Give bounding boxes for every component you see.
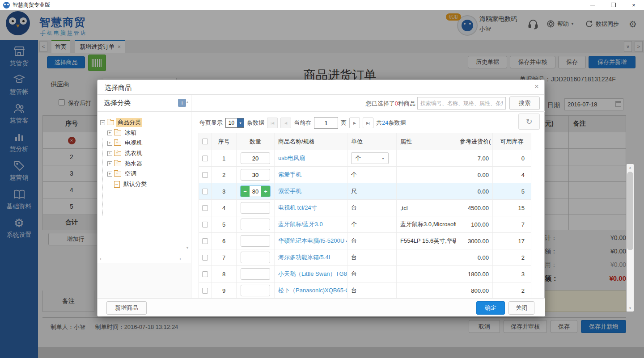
- qty-stepper: − 80 +: [240, 185, 271, 197]
- product-name-link[interactable]: 小天鹅（Little Swan）TG80: [278, 270, 347, 278]
- qty-input[interactable]: [241, 202, 270, 214]
- modal-header: 选择商品 ×: [97, 80, 544, 95]
- qty-input[interactable]: [241, 235, 270, 247]
- product-name-link[interactable]: 索爱手机: [278, 171, 301, 179]
- product-row: 8 小天鹅（Little Swan）TG80 台 1800.00 3: [199, 266, 531, 282]
- tree-node-tv[interactable]: + + 电视机: [107, 139, 144, 147]
- product-name-link[interactable]: 蓝牙鼠标/蓝牙3.0: [278, 220, 323, 228]
- pagination-bar: 每页显示 10 ▼ 条数据 |◀ ◀ 当前在 页 ▶ ▶| 共24条数据: [199, 117, 408, 129]
- product-row: 1 usb电风扇 个▼ 7.00 0: [199, 150, 531, 167]
- row-checkbox[interactable]: [202, 205, 208, 211]
- select-all-checkbox[interactable]: [202, 139, 208, 144]
- select-caret-icon: ▼: [237, 118, 244, 127]
- titlebar: 智慧商贸专业版 ×: [0, 0, 644, 10]
- folder-plus-icon: +: [114, 172, 121, 177]
- qty-input[interactable]: [241, 152, 270, 164]
- per-page-select[interactable]: 10 ▼: [225, 118, 244, 128]
- unit-select[interactable]: 个▼: [351, 152, 389, 164]
- expand-icon[interactable]: +: [107, 141, 112, 146]
- total-count-text: 共24条数据: [376, 119, 406, 127]
- tree-node-fridge[interactable]: + + 冰箱: [107, 128, 138, 137]
- modal-title: 选择商品: [105, 84, 131, 92]
- tree-scroll-down-icon[interactable]: ▼: [186, 246, 189, 250]
- row-checkbox[interactable]: [202, 255, 208, 261]
- selected-count: 0: [395, 100, 398, 107]
- window-title: 智慧商贸专业版: [13, 1, 50, 9]
- product-row: 6 华硕笔记本电脑/I5-5200U 4 台 F554LP 15.6英寸,华硕 …: [199, 233, 531, 249]
- scrollbar-thumb[interactable]: [627, 172, 633, 250]
- add-product-button[interactable]: 新增商品: [106, 301, 147, 315]
- row-checkbox[interactable]: [202, 238, 208, 244]
- tree-connector-line: [102, 139, 103, 215]
- qty-value[interactable]: 80: [250, 186, 261, 197]
- product-row: 4 电视机 tcl/24寸 台 ,tcl 4500.00 15: [199, 200, 531, 216]
- product-panel: 您已选择了0种商品 搜索 每页显示 10 ▼ 条数据 |◀ ◀ 当前在 页 ▶ …: [191, 95, 545, 298]
- row-checkbox[interactable]: [202, 172, 208, 178]
- expand-icon[interactable]: +: [107, 172, 112, 177]
- expand-icon[interactable]: +: [107, 131, 112, 135]
- row-checkbox[interactable]: [202, 288, 208, 294]
- row-checkbox[interactable]: [202, 222, 208, 227]
- selected-count-info: 您已选择了0种商品: [366, 100, 415, 108]
- scroll-down-icon[interactable]: ▼: [627, 305, 634, 312]
- product-row: 2 索爱手机 个 0.00 4: [199, 167, 531, 183]
- qty-input[interactable]: [241, 268, 270, 280]
- prev-page-button[interactable]: ◀: [280, 118, 291, 128]
- product-name-link[interactable]: 海尔多功能冰箱/5.4L: [278, 253, 332, 261]
- qty-input[interactable]: [241, 169, 270, 181]
- tree-node-default[interactable]: 默认分类: [114, 180, 148, 189]
- qty-decrease-button[interactable]: −: [241, 186, 250, 197]
- product-table-header: 序号 数量 商品名称/规格 单位 属性 参考进货价( 可用库存: [199, 133, 531, 150]
- modal-close-icon[interactable]: ×: [534, 82, 539, 91]
- next-page-button[interactable]: ▶: [349, 118, 360, 128]
- category-panel: 选择分类 + − 商品分类 + + 冰箱 + + 电视机: [97, 95, 191, 298]
- folder-open-icon: [107, 120, 114, 125]
- folder-plus-icon: +: [114, 151, 121, 156]
- tree-scroll-up-icon[interactable]: ▲: [186, 100, 189, 104]
- page-number-input[interactable]: [314, 117, 338, 129]
- product-name-link[interactable]: 索爱手机: [278, 187, 301, 195]
- app-window: 智慧商贸专业版 × 智慧商贸 手机电脑慧管店 试用 海鸥家电数码 小智: [0, 0, 644, 358]
- category-panel-footer-space: [97, 263, 191, 298]
- product-name-link[interactable]: 电视机 tcl/24寸: [278, 204, 317, 212]
- minimize-button[interactable]: [582, 0, 603, 10]
- product-row: 7 海尔多功能冰箱/5.4L 台 0.00 2: [199, 249, 531, 266]
- tree-node-washer[interactable]: + + 洗衣机: [107, 149, 144, 158]
- qty-input[interactable]: [241, 285, 270, 296]
- product-table: 序号 数量 商品名称/规格 单位 属性 参考进货价( 可用库存 1 usb电风扇…: [199, 133, 531, 299]
- table-scrollbar[interactable]: ▲ ▼: [627, 164, 634, 312]
- expand-icon[interactable]: +: [107, 161, 112, 166]
- search-button[interactable]: 搜索: [509, 97, 540, 110]
- tree-scroll-left-icon[interactable]: ‹: [100, 256, 102, 262]
- scroll-up-icon[interactable]: ▲: [627, 164, 634, 171]
- collapse-icon[interactable]: −: [100, 120, 105, 125]
- close-modal-button[interactable]: 关闭: [508, 301, 534, 315]
- product-name-link[interactable]: 华硕笔记本电脑/I5-5200U 4: [278, 237, 347, 245]
- refresh-button[interactable]: ↻: [518, 114, 540, 130]
- product-search-input[interactable]: [417, 97, 506, 110]
- tree-scroll-right-icon[interactable]: ›: [179, 256, 181, 262]
- maximize-button[interactable]: [603, 0, 623, 10]
- product-name-link[interactable]: 松下（Panasonic)XQB65-Q: [278, 286, 347, 295]
- row-checkbox[interactable]: [202, 156, 208, 161]
- folder-plus-icon: +: [114, 161, 121, 166]
- expand-icon[interactable]: +: [107, 151, 112, 156]
- row-checkbox[interactable]: [202, 189, 208, 194]
- product-row: 5 蓝牙鼠标/蓝牙3.0 个 蓝牙鼠标3.0,Microsoft/ 100.00…: [199, 216, 531, 233]
- folder-plus-icon: +: [114, 141, 121, 146]
- qty-input[interactable]: [241, 219, 270, 230]
- first-page-button[interactable]: |◀: [267, 118, 278, 128]
- close-button[interactable]: ×: [623, 0, 644, 10]
- folder-plus-icon: +: [114, 131, 121, 135]
- add-category-button[interactable]: +: [178, 99, 186, 107]
- app-logo-icon: [3, 2, 10, 8]
- tree-node-root[interactable]: − 商品分类: [100, 118, 142, 127]
- qty-increase-button[interactable]: +: [261, 186, 270, 197]
- qty-input[interactable]: [241, 252, 270, 263]
- tree-node-heater[interactable]: + + 热水器: [107, 159, 144, 168]
- confirm-button[interactable]: 确定: [476, 301, 505, 315]
- product-name-link[interactable]: usb电风扇: [278, 154, 305, 162]
- tree-node-aircon[interactable]: + + 空调: [107, 169, 138, 178]
- row-checkbox[interactable]: [202, 271, 208, 277]
- last-page-button[interactable]: ▶|: [363, 118, 373, 128]
